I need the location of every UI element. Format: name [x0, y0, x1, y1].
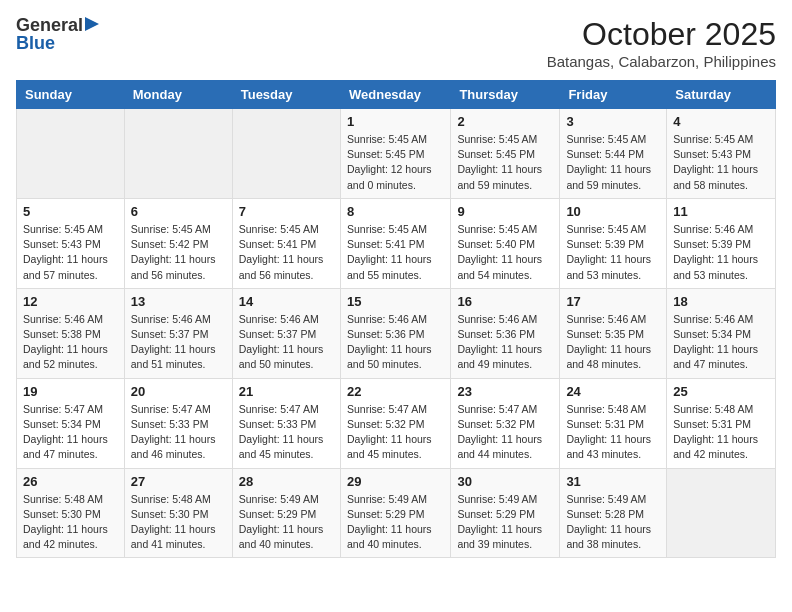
day-number: 18	[673, 294, 769, 309]
day-number: 5	[23, 204, 118, 219]
calendar-cell: 30Sunrise: 5:49 AM Sunset: 5:29 PM Dayli…	[451, 468, 560, 558]
title-area: October 2025 Batangas, Calabarzon, Phili…	[547, 16, 776, 70]
calendar-cell: 18Sunrise: 5:46 AM Sunset: 5:34 PM Dayli…	[667, 288, 776, 378]
calendar-header-thursday: Thursday	[451, 81, 560, 109]
calendar-cell: 23Sunrise: 5:47 AM Sunset: 5:32 PM Dayli…	[451, 378, 560, 468]
day-number: 25	[673, 384, 769, 399]
calendar-cell: 4Sunrise: 5:45 AM Sunset: 5:43 PM Daylig…	[667, 109, 776, 199]
day-info: Sunrise: 5:47 AM Sunset: 5:33 PM Dayligh…	[239, 402, 334, 463]
calendar-cell: 11Sunrise: 5:46 AM Sunset: 5:39 PM Dayli…	[667, 198, 776, 288]
day-number: 29	[347, 474, 444, 489]
day-number: 21	[239, 384, 334, 399]
day-number: 11	[673, 204, 769, 219]
day-info: Sunrise: 5:48 AM Sunset: 5:31 PM Dayligh…	[673, 402, 769, 463]
day-number: 23	[457, 384, 553, 399]
day-info: Sunrise: 5:49 AM Sunset: 5:29 PM Dayligh…	[239, 492, 334, 553]
calendar-cell: 1Sunrise: 5:45 AM Sunset: 5:45 PM Daylig…	[340, 109, 450, 199]
day-info: Sunrise: 5:46 AM Sunset: 5:34 PM Dayligh…	[673, 312, 769, 373]
day-info: Sunrise: 5:45 AM Sunset: 5:41 PM Dayligh…	[239, 222, 334, 283]
day-info: Sunrise: 5:48 AM Sunset: 5:31 PM Dayligh…	[566, 402, 660, 463]
day-number: 24	[566, 384, 660, 399]
calendar-cell: 31Sunrise: 5:49 AM Sunset: 5:28 PM Dayli…	[560, 468, 667, 558]
calendar-cell: 20Sunrise: 5:47 AM Sunset: 5:33 PM Dayli…	[124, 378, 232, 468]
day-info: Sunrise: 5:45 AM Sunset: 5:44 PM Dayligh…	[566, 132, 660, 193]
calendar-cell: 22Sunrise: 5:47 AM Sunset: 5:32 PM Dayli…	[340, 378, 450, 468]
calendar-week-row: 12Sunrise: 5:46 AM Sunset: 5:38 PM Dayli…	[17, 288, 776, 378]
day-info: Sunrise: 5:45 AM Sunset: 5:39 PM Dayligh…	[566, 222, 660, 283]
day-info: Sunrise: 5:46 AM Sunset: 5:39 PM Dayligh…	[673, 222, 769, 283]
day-info: Sunrise: 5:47 AM Sunset: 5:34 PM Dayligh…	[23, 402, 118, 463]
calendar-cell: 10Sunrise: 5:45 AM Sunset: 5:39 PM Dayli…	[560, 198, 667, 288]
day-info: Sunrise: 5:48 AM Sunset: 5:30 PM Dayligh…	[131, 492, 226, 553]
calendar-cell: 25Sunrise: 5:48 AM Sunset: 5:31 PM Dayli…	[667, 378, 776, 468]
day-info: Sunrise: 5:45 AM Sunset: 5:43 PM Dayligh…	[673, 132, 769, 193]
day-number: 10	[566, 204, 660, 219]
day-info: Sunrise: 5:49 AM Sunset: 5:28 PM Dayligh…	[566, 492, 660, 553]
calendar-cell: 24Sunrise: 5:48 AM Sunset: 5:31 PM Dayli…	[560, 378, 667, 468]
day-number: 30	[457, 474, 553, 489]
calendar-cell: 16Sunrise: 5:46 AM Sunset: 5:36 PM Dayli…	[451, 288, 560, 378]
day-info: Sunrise: 5:46 AM Sunset: 5:35 PM Dayligh…	[566, 312, 660, 373]
page-header: General Blue October 2025 Batangas, Cala…	[16, 16, 776, 70]
day-number: 15	[347, 294, 444, 309]
day-number: 14	[239, 294, 334, 309]
day-info: Sunrise: 5:47 AM Sunset: 5:33 PM Dayligh…	[131, 402, 226, 463]
calendar-cell: 7Sunrise: 5:45 AM Sunset: 5:41 PM Daylig…	[232, 198, 340, 288]
calendar-cell: 28Sunrise: 5:49 AM Sunset: 5:29 PM Dayli…	[232, 468, 340, 558]
calendar-header-sunday: Sunday	[17, 81, 125, 109]
day-info: Sunrise: 5:46 AM Sunset: 5:37 PM Dayligh…	[131, 312, 226, 373]
day-info: Sunrise: 5:47 AM Sunset: 5:32 PM Dayligh…	[457, 402, 553, 463]
day-number: 20	[131, 384, 226, 399]
calendar-cell: 9Sunrise: 5:45 AM Sunset: 5:40 PM Daylig…	[451, 198, 560, 288]
day-number: 7	[239, 204, 334, 219]
day-number: 17	[566, 294, 660, 309]
calendar-header-monday: Monday	[124, 81, 232, 109]
calendar-header-wednesday: Wednesday	[340, 81, 450, 109]
day-number: 27	[131, 474, 226, 489]
calendar-cell: 14Sunrise: 5:46 AM Sunset: 5:37 PM Dayli…	[232, 288, 340, 378]
day-info: Sunrise: 5:46 AM Sunset: 5:38 PM Dayligh…	[23, 312, 118, 373]
calendar-week-row: 5Sunrise: 5:45 AM Sunset: 5:43 PM Daylig…	[17, 198, 776, 288]
day-info: Sunrise: 5:46 AM Sunset: 5:36 PM Dayligh…	[347, 312, 444, 373]
day-info: Sunrise: 5:49 AM Sunset: 5:29 PM Dayligh…	[347, 492, 444, 553]
day-number: 16	[457, 294, 553, 309]
day-number: 3	[566, 114, 660, 129]
calendar-cell: 29Sunrise: 5:49 AM Sunset: 5:29 PM Dayli…	[340, 468, 450, 558]
calendar-cell	[667, 468, 776, 558]
day-number: 1	[347, 114, 444, 129]
calendar-cell: 21Sunrise: 5:47 AM Sunset: 5:33 PM Dayli…	[232, 378, 340, 468]
day-number: 31	[566, 474, 660, 489]
calendar-week-row: 26Sunrise: 5:48 AM Sunset: 5:30 PM Dayli…	[17, 468, 776, 558]
day-number: 9	[457, 204, 553, 219]
calendar-body: 1Sunrise: 5:45 AM Sunset: 5:45 PM Daylig…	[17, 109, 776, 558]
calendar-cell	[17, 109, 125, 199]
calendar-cell: 17Sunrise: 5:46 AM Sunset: 5:35 PM Dayli…	[560, 288, 667, 378]
day-info: Sunrise: 5:45 AM Sunset: 5:45 PM Dayligh…	[347, 132, 444, 193]
day-number: 22	[347, 384, 444, 399]
day-info: Sunrise: 5:48 AM Sunset: 5:30 PM Dayligh…	[23, 492, 118, 553]
calendar-table: SundayMondayTuesdayWednesdayThursdayFrid…	[16, 80, 776, 558]
calendar-cell: 27Sunrise: 5:48 AM Sunset: 5:30 PM Dayli…	[124, 468, 232, 558]
calendar-cell: 2Sunrise: 5:45 AM Sunset: 5:45 PM Daylig…	[451, 109, 560, 199]
month-title: October 2025	[547, 16, 776, 53]
day-number: 13	[131, 294, 226, 309]
calendar-cell: 26Sunrise: 5:48 AM Sunset: 5:30 PM Dayli…	[17, 468, 125, 558]
day-info: Sunrise: 5:45 AM Sunset: 5:41 PM Dayligh…	[347, 222, 444, 283]
calendar-header-friday: Friday	[560, 81, 667, 109]
calendar-week-row: 19Sunrise: 5:47 AM Sunset: 5:34 PM Dayli…	[17, 378, 776, 468]
day-info: Sunrise: 5:49 AM Sunset: 5:29 PM Dayligh…	[457, 492, 553, 553]
day-info: Sunrise: 5:47 AM Sunset: 5:32 PM Dayligh…	[347, 402, 444, 463]
day-number: 6	[131, 204, 226, 219]
calendar-cell	[124, 109, 232, 199]
calendar-header-saturday: Saturday	[667, 81, 776, 109]
calendar-cell	[232, 109, 340, 199]
calendar-week-row: 1Sunrise: 5:45 AM Sunset: 5:45 PM Daylig…	[17, 109, 776, 199]
logo-general-text: General	[16, 16, 83, 34]
calendar-cell: 6Sunrise: 5:45 AM Sunset: 5:42 PM Daylig…	[124, 198, 232, 288]
day-info: Sunrise: 5:46 AM Sunset: 5:37 PM Dayligh…	[239, 312, 334, 373]
calendar-cell: 5Sunrise: 5:45 AM Sunset: 5:43 PM Daylig…	[17, 198, 125, 288]
day-info: Sunrise: 5:45 AM Sunset: 5:45 PM Dayligh…	[457, 132, 553, 193]
calendar-cell: 13Sunrise: 5:46 AM Sunset: 5:37 PM Dayli…	[124, 288, 232, 378]
day-info: Sunrise: 5:45 AM Sunset: 5:40 PM Dayligh…	[457, 222, 553, 283]
day-number: 19	[23, 384, 118, 399]
